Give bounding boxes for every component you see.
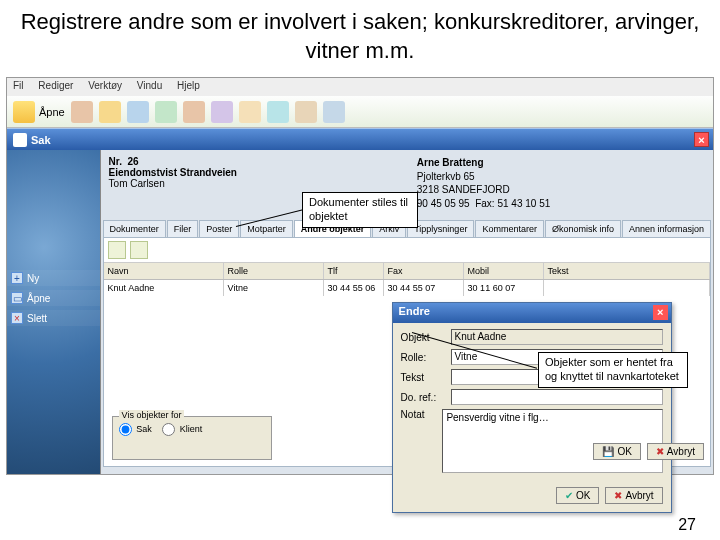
app-window: Fil Rediger Verktøy Vindu Hjelp Åpne Sak… bbox=[6, 77, 714, 475]
case-nr-label: Nr. bbox=[109, 156, 122, 167]
disk-icon: 💾 bbox=[602, 446, 614, 457]
party-name: Arne Bratteng bbox=[417, 156, 705, 170]
toolbar-icon-10[interactable] bbox=[323, 101, 345, 123]
tab-filer[interactable]: Filer bbox=[167, 220, 199, 237]
field-notat[interactable]: Pensverdig vitne i flg… bbox=[442, 409, 662, 473]
col-rolle[interactable]: Rolle bbox=[224, 263, 324, 279]
cell-tekst bbox=[544, 280, 710, 296]
callout-documents: Dokumenter stiles til objektet bbox=[302, 192, 418, 228]
col-mobil[interactable]: Mobil bbox=[464, 263, 544, 279]
window-icon bbox=[13, 133, 27, 147]
menu-bar: Fil Rediger Verktøy Vindu Hjelp bbox=[7, 78, 713, 96]
ok-button[interactable]: ✔OK bbox=[556, 487, 599, 504]
lbl-notat: Notat bbox=[401, 409, 443, 420]
plus-icon: + bbox=[11, 272, 23, 284]
radio-sak[interactable]: Sak bbox=[119, 424, 152, 434]
toolbar-icon-1[interactable] bbox=[71, 101, 93, 123]
open-label: Åpne bbox=[39, 106, 65, 118]
party-addr1: Pjolterkvb 65 bbox=[417, 170, 705, 184]
dialog-title: Endre bbox=[399, 305, 430, 317]
toolbar-icon-6[interactable] bbox=[211, 101, 233, 123]
toolbar-icon-5[interactable] bbox=[183, 101, 205, 123]
tab-poster[interactable]: Poster bbox=[199, 220, 239, 237]
toolbar-icon-8[interactable] bbox=[267, 101, 289, 123]
side-new[interactable]: +Ny bbox=[7, 270, 101, 286]
cell-tlf: 30 44 55 06 bbox=[324, 280, 384, 296]
panel-ok-button[interactable]: 💾OK bbox=[593, 443, 640, 460]
toolbar-icon-7[interactable] bbox=[239, 101, 261, 123]
col-tlf[interactable]: Tlf bbox=[324, 263, 384, 279]
slide-title: Registrere andre som er involvert i sake… bbox=[0, 0, 720, 77]
lbl-rolle: Rolle: bbox=[401, 352, 451, 363]
toolbar-icon-9[interactable] bbox=[295, 101, 317, 123]
side-delete[interactable]: ×Slett bbox=[7, 310, 101, 326]
case-title: Eiendomstvist Strandveien bbox=[109, 167, 397, 178]
tab-annen[interactable]: Annen informasjon bbox=[622, 220, 711, 237]
cell-fax: 30 44 55 07 bbox=[384, 280, 464, 296]
menu-fil[interactable]: Fil bbox=[13, 80, 24, 91]
case-nr: 26 bbox=[128, 156, 139, 167]
tab-kommentarer[interactable]: Kommentarer bbox=[475, 220, 544, 237]
check-icon: ✔ bbox=[565, 490, 573, 501]
callout-objects: Objekter som er hentet fra og knyttet ti… bbox=[538, 352, 688, 388]
cell-mobil: 30 11 60 07 bbox=[464, 280, 544, 296]
col-tekst[interactable]: Tekst bbox=[544, 263, 710, 279]
cell-navn: Knut Aadne bbox=[104, 280, 224, 296]
lbl-tekst: Tekst bbox=[401, 372, 451, 383]
toolbar-icon-2[interactable] bbox=[99, 101, 121, 123]
folder-open-icon bbox=[13, 101, 35, 123]
toolbar-icon-4[interactable] bbox=[155, 101, 177, 123]
cancel-button[interactable]: ✖Avbryt bbox=[605, 487, 662, 504]
tab-okonomisk[interactable]: Økonomisk info bbox=[545, 220, 621, 237]
lbl-doref: Do. ref.: bbox=[401, 392, 451, 403]
field-objekt: Knut Aadne bbox=[451, 329, 663, 345]
col-navn[interactable]: Navn bbox=[104, 263, 224, 279]
radio-klient[interactable]: Klient bbox=[162, 424, 202, 434]
x-icon: ✖ bbox=[656, 446, 664, 457]
x-icon: ✖ bbox=[614, 490, 622, 501]
toolbar-icon-3[interactable] bbox=[127, 101, 149, 123]
party-phone2: 51 43 10 51 bbox=[497, 198, 550, 209]
vis-objekter-group: Vis objekter for Sak Klient bbox=[112, 416, 272, 460]
col-fax[interactable]: Fax bbox=[384, 263, 464, 279]
menu-vindu[interactable]: Vindu bbox=[137, 80, 162, 91]
delete-icon: × bbox=[11, 312, 23, 324]
menu-hjelp[interactable]: Hjelp bbox=[177, 80, 200, 91]
tab-tool-icon-1[interactable] bbox=[108, 241, 126, 259]
table-row[interactable]: Knut Aadne Vitne 30 44 55 06 30 44 55 07… bbox=[104, 280, 710, 296]
tab-tool-icon-2[interactable] bbox=[130, 241, 148, 259]
toolbar: Åpne bbox=[7, 96, 713, 128]
open-button[interactable]: Åpne bbox=[13, 101, 65, 123]
panel-cancel-button[interactable]: ✖Avbryt bbox=[647, 443, 704, 460]
window-title: Sak bbox=[31, 134, 51, 146]
cell-rolle: Vitne bbox=[224, 280, 324, 296]
open-icon: ▭ bbox=[11, 292, 23, 304]
tab-dokumenter[interactable]: Dokumenter bbox=[103, 220, 166, 237]
menu-verktoy[interactable]: Verktøy bbox=[88, 80, 122, 91]
field-doref[interactable] bbox=[451, 389, 663, 405]
vis-legend: Vis objekter for bbox=[119, 410, 185, 420]
party-phone1: 90 45 05 95 bbox=[417, 198, 470, 209]
case-owner: Tom Carlsen bbox=[109, 178, 397, 189]
dialog-titlebar: Endre × bbox=[393, 303, 671, 323]
sak-window-titlebar: Sak × bbox=[7, 128, 713, 150]
grid-header: Navn Rolle Tlf Fax Mobil Tekst bbox=[104, 263, 710, 280]
party-addr2: 3218 SANDEFJORD bbox=[417, 183, 705, 197]
close-icon[interactable]: × bbox=[694, 132, 709, 147]
menu-rediger[interactable]: Rediger bbox=[38, 80, 73, 91]
page-number: 27 bbox=[678, 516, 696, 534]
party-phone2-label: Fax: bbox=[475, 198, 494, 209]
tab-toolbar bbox=[104, 238, 710, 263]
edit-dialog: Endre × ObjektKnut Aadne Rolle:Vitne Tek… bbox=[392, 302, 672, 513]
side-panel: +Ny ▭Åpne ×Slett bbox=[7, 150, 101, 474]
dialog-close-icon[interactable]: × bbox=[653, 305, 668, 320]
side-open[interactable]: ▭Åpne bbox=[7, 290, 101, 306]
